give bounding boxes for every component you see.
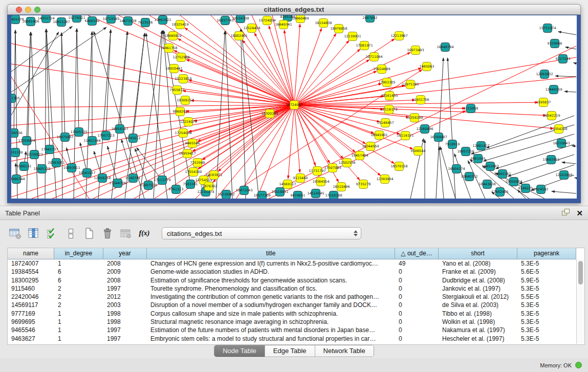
table-row[interactable]: 977716911998Corpus callosum shape and si… bbox=[8, 310, 584, 318]
graph-edge[interactable] bbox=[74, 29, 77, 199]
graph-edge[interactable] bbox=[572, 146, 576, 146]
graph-edge[interactable] bbox=[15, 30, 17, 199]
dropdown-arrows-icon bbox=[354, 230, 358, 236]
graph-edge[interactable] bbox=[448, 58, 455, 199]
graph-edge[interactable] bbox=[294, 105, 355, 152]
create-column-button[interactable] bbox=[81, 225, 97, 242]
column-header-out_de[interactable]: △ out_de… bbox=[395, 248, 439, 259]
table-row[interactable]: 1456911722003Disruption of a novel membe… bbox=[8, 301, 584, 309]
graph-edge[interactable] bbox=[574, 63, 576, 63]
column-settings-button[interactable] bbox=[7, 225, 24, 242]
graph-edge[interactable] bbox=[241, 29, 246, 199]
graph-edge[interactable] bbox=[294, 40, 349, 105]
graph-edge[interactable] bbox=[11, 27, 72, 72]
graph-edge[interactable] bbox=[112, 32, 127, 199]
graph-edge[interactable] bbox=[575, 178, 576, 178]
scrollbar-thumb[interactable] bbox=[578, 261, 583, 285]
graph-edge[interactable] bbox=[564, 92, 576, 92]
table-row[interactable]: 1938455462009Genome-wide association stu… bbox=[8, 268, 584, 276]
graph-edge[interactable] bbox=[178, 38, 294, 105]
graph-edge[interactable] bbox=[294, 105, 546, 116]
graph-edge[interactable] bbox=[294, 105, 380, 176]
graph-node-label: 15056804 bbox=[505, 180, 522, 184]
graph-node-label: 17692405 bbox=[491, 190, 508, 194]
delete-columns-button[interactable] bbox=[99, 225, 116, 242]
table-row[interactable]: 1872400712008Changes of HCN gene express… bbox=[8, 259, 584, 268]
row-options-button[interactable] bbox=[62, 225, 79, 242]
graph-edge[interactable] bbox=[98, 30, 111, 199]
close-panel-icon[interactable]: ✕ bbox=[576, 209, 583, 217]
table-vertical-scrollbar[interactable] bbox=[576, 259, 584, 344]
graph-edge[interactable] bbox=[120, 32, 127, 129]
graph-edge[interactable] bbox=[294, 105, 300, 172]
zoom-traffic-light-button[interactable] bbox=[34, 7, 40, 13]
network-canvas[interactable]: 1640557820691406143557241065328715276021… bbox=[11, 15, 577, 199]
graph-edge[interactable] bbox=[11, 32, 59, 115]
graph-edge[interactable] bbox=[436, 58, 443, 199]
close-traffic-light-button[interactable] bbox=[16, 7, 22, 13]
table-cell: 5.3E-5 bbox=[517, 318, 576, 326]
graph-edge[interactable] bbox=[241, 29, 259, 199]
graph-edge[interactable] bbox=[294, 33, 336, 105]
graph-edge[interactable] bbox=[288, 105, 294, 179]
apply-checks-button[interactable] bbox=[44, 225, 60, 242]
tab-edge-table[interactable]: Edge Table bbox=[265, 345, 315, 357]
graph-edge[interactable] bbox=[552, 191, 576, 193]
table-row[interactable]: 1830029562008Estimation of significance … bbox=[8, 276, 584, 285]
graph-edge[interactable] bbox=[284, 30, 294, 105]
graph-edge[interactable] bbox=[555, 76, 576, 77]
graph-edge[interactable] bbox=[46, 29, 50, 149]
column-header-name[interactable]: name bbox=[8, 248, 54, 259]
function-builder-button[interactable]: f(x) bbox=[136, 225, 153, 242]
tab-node-table[interactable]: Node Table bbox=[214, 345, 265, 357]
graph-edge[interactable] bbox=[11, 105, 294, 125]
graph-edge[interactable] bbox=[562, 162, 576, 164]
column-header-title[interactable]: title bbox=[147, 248, 395, 259]
graph-edge[interactable] bbox=[496, 144, 574, 169]
graph-node-label: 16961758 bbox=[160, 46, 177, 50]
graph-edge[interactable] bbox=[77, 29, 79, 132]
graph-edge[interactable] bbox=[439, 147, 444, 199]
table-row[interactable]: 969969511998Structural magnetic resonanc… bbox=[8, 318, 584, 326]
graph-node-label: 7252948 bbox=[190, 161, 205, 165]
float-panel-icon[interactable] bbox=[561, 208, 570, 218]
select-columns-button[interactable] bbox=[26, 225, 42, 242]
table-selector-dropdown[interactable]: citations_edges.txt bbox=[162, 227, 361, 239]
graph-edge[interactable] bbox=[47, 29, 56, 199]
graph-node-label: 7955812 bbox=[170, 88, 185, 92]
graph-edge[interactable] bbox=[88, 15, 294, 105]
table-cell: 9463627 bbox=[8, 335, 54, 343]
table-cell: 0 bbox=[395, 301, 439, 309]
graph-edge[interactable] bbox=[174, 51, 294, 105]
column-header-pagerank[interactable]: pagerank bbox=[517, 248, 576, 259]
column-header-year[interactable]: year bbox=[103, 248, 147, 259]
graph-edge[interactable] bbox=[294, 105, 330, 163]
tab-network-table[interactable]: Network Table bbox=[315, 345, 374, 357]
delete-table-button-disabled[interactable] bbox=[118, 225, 134, 242]
graph-edge[interactable] bbox=[11, 105, 294, 107]
table-row[interactable]: 946554611997Estimation of the future num… bbox=[8, 326, 584, 334]
graph-edge[interactable] bbox=[146, 33, 167, 199]
graph-node-label: 14569117 bbox=[279, 182, 296, 186]
graph-edge[interactable] bbox=[119, 15, 294, 105]
graph-edge[interactable] bbox=[294, 24, 300, 105]
graph-edge[interactable] bbox=[133, 33, 145, 138]
highlighted-column-icon bbox=[27, 227, 40, 240]
graph-edge[interactable] bbox=[294, 105, 319, 177]
minimize-traffic-light-button[interactable] bbox=[25, 7, 31, 13]
graph-edge[interactable] bbox=[11, 43, 294, 105]
column-header-in_degree[interactable]: in_degree bbox=[54, 248, 103, 259]
table-row[interactable]: 2242004622012Investigating the contribut… bbox=[8, 293, 584, 301]
graph-edge[interactable] bbox=[294, 105, 365, 144]
graph-node-label: 8924502 bbox=[534, 187, 549, 191]
graph-edge[interactable] bbox=[27, 32, 31, 199]
column-header-short[interactable]: short bbox=[439, 248, 517, 259]
table-row[interactable]: 946362711997Embryonic stem cells: a mode… bbox=[8, 335, 584, 343]
window-titlebar[interactable]: citations_edges.txt bbox=[7, 4, 581, 15]
table-row[interactable]: 911546021997Tourette syndrome. Phenomeno… bbox=[8, 285, 584, 293]
graph-edge[interactable] bbox=[558, 32, 576, 35]
table-cell: 14569117 bbox=[8, 301, 54, 309]
graph-node-label: 12524419 bbox=[243, 26, 260, 30]
graph-edge[interactable] bbox=[14, 30, 15, 133]
table-cell: 5.9E-5 bbox=[517, 276, 576, 285]
